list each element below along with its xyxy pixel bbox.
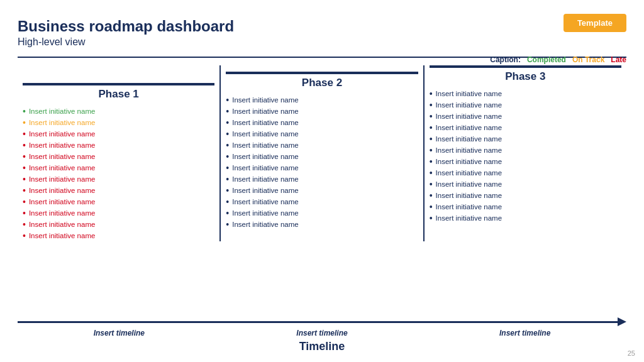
bullet-icon: • xyxy=(226,141,229,150)
initiative-item: •Insert initiative name xyxy=(226,128,418,140)
bullet-icon: • xyxy=(23,163,26,172)
initiative-item: •Insert initiative name xyxy=(226,196,418,207)
bullet-icon: • xyxy=(226,186,229,195)
initiative-item: •Insert initiative name xyxy=(23,106,214,117)
initiative-name: Insert initiative name xyxy=(29,198,95,206)
bullet-icon: • xyxy=(430,180,433,189)
initiative-item: •Insert initiative name xyxy=(23,162,214,173)
template-button[interactable]: Template xyxy=(564,14,626,32)
initiative-item: •Insert initiative name xyxy=(23,128,214,140)
initiative-name: Insert initiative name xyxy=(232,175,298,183)
phase-column-2: Phase 2•Insert initiative name•Insert in… xyxy=(221,65,424,241)
initiative-name: Insert initiative name xyxy=(29,187,95,194)
bullet-icon: • xyxy=(226,96,229,104)
bullet-icon: • xyxy=(23,129,26,138)
bullet-icon: • xyxy=(226,220,229,229)
initiative-item: •Insert initiative name xyxy=(430,178,621,190)
phase-column-3: Phase 3•Insert initiative name•Insert in… xyxy=(425,65,626,241)
initiative-name: Insert initiative name xyxy=(436,101,502,109)
initiative-item: •Insert initiative name xyxy=(23,196,214,207)
initiative-item: •Insert initiative name xyxy=(226,173,418,185)
initiative-name: Insert initiative name xyxy=(232,209,298,217)
phase-2-bar xyxy=(226,72,418,74)
timeline-label-3: Insert timeline xyxy=(423,329,626,337)
timeline-label-1: Insert timeline xyxy=(18,329,221,337)
initiative-name: Insert initiative name xyxy=(436,158,502,165)
initiative-name: Insert initiative name xyxy=(29,164,95,172)
page-number: 25 xyxy=(628,349,635,357)
bullet-icon: • xyxy=(226,152,229,161)
initiative-item: •Insert initiative name xyxy=(23,140,214,151)
initiative-name: Insert initiative name xyxy=(29,130,95,138)
initiative-name: Insert initiative name xyxy=(29,107,95,115)
bullet-icon: • xyxy=(23,231,26,240)
initiative-name: Insert initiative name xyxy=(436,90,502,97)
caption-label: Caption: xyxy=(490,55,521,64)
caption-ontrack: On Track xyxy=(572,55,604,64)
timeline-labels: Insert timelineInsert timelineInsert tim… xyxy=(18,329,626,337)
bullet-icon: • xyxy=(430,112,433,121)
bullet-icon: • xyxy=(226,118,229,127)
initiative-item: •Insert initiative name xyxy=(226,151,418,162)
initiative-name: Insert initiative name xyxy=(232,153,298,160)
bullet-icon: • xyxy=(23,107,26,116)
bullet-icon: • xyxy=(226,175,229,184)
caption-completed: Completed xyxy=(527,55,566,64)
phase-3-title: Phase 3 xyxy=(505,70,545,83)
initiative-name: Insert initiative name xyxy=(232,164,298,172)
initiative-name: Insert initiative name xyxy=(436,214,502,222)
caption-late: Late xyxy=(611,55,626,64)
initiative-item: •Insert initiative name xyxy=(430,111,621,122)
initiative-item: •Insert initiative name xyxy=(226,162,418,173)
initiative-item: •Insert initiative name xyxy=(430,212,621,224)
initiative-name: Insert initiative name xyxy=(436,124,502,131)
initiative-item: •Insert initiative name xyxy=(430,122,621,133)
bullet-icon: • xyxy=(430,134,433,143)
initiative-item: •Insert initiative name xyxy=(23,117,214,128)
initiative-name: Insert initiative name xyxy=(232,141,298,149)
initiative-name: Insert initiative name xyxy=(232,96,298,104)
initiative-item: •Insert initiative name xyxy=(226,219,418,230)
phase-3-initiative-list: •Insert initiative name•Insert initiativ… xyxy=(430,88,621,224)
caption-bar: Caption: Completed On Track Late xyxy=(490,55,626,64)
bullet-icon: • xyxy=(226,107,229,116)
initiative-name: Insert initiative name xyxy=(232,107,298,115)
initiative-name: Insert initiative name xyxy=(436,135,502,143)
phase-1-bar xyxy=(23,83,214,85)
initiative-item: •Insert initiative name xyxy=(226,207,418,219)
bullet-icon: • xyxy=(23,220,26,229)
bullet-icon: • xyxy=(23,209,26,217)
initiative-item: •Insert initiative name xyxy=(430,167,621,178)
bullet-icon: • xyxy=(23,118,26,127)
initiative-name: Insert initiative name xyxy=(436,146,502,154)
initiative-item: •Insert initiative name xyxy=(430,156,621,167)
initiative-item: •Insert initiative name xyxy=(430,88,621,99)
timeline-arrowhead xyxy=(618,317,626,326)
initiative-name: Insert initiative name xyxy=(232,130,298,138)
initiative-name: Insert initiative name xyxy=(232,221,298,228)
bullet-icon: • xyxy=(23,152,26,161)
initiative-name: Insert initiative name xyxy=(29,141,95,149)
bullet-icon: • xyxy=(23,141,26,150)
initiative-item: •Insert initiative name xyxy=(23,173,214,185)
initiative-name: Insert initiative name xyxy=(29,221,95,228)
initiative-name: Insert initiative name xyxy=(29,232,95,239)
initiative-item: •Insert initiative name xyxy=(23,219,214,230)
bullet-icon: • xyxy=(430,123,433,132)
initiative-item: •Insert initiative name xyxy=(430,133,621,145)
initiative-item: •Insert initiative name xyxy=(430,201,621,212)
initiative-item: •Insert initiative name xyxy=(226,106,418,117)
phase-2-header: Phase 2 xyxy=(226,72,418,89)
timeline-title: Timeline xyxy=(18,340,626,353)
bullet-icon: • xyxy=(430,214,433,222)
initiative-name: Insert initiative name xyxy=(29,175,95,183)
bullet-icon: • xyxy=(430,157,433,166)
initiative-name: Insert initiative name xyxy=(232,119,298,126)
bullet-icon: • xyxy=(430,89,433,98)
initiative-item: •Insert initiative name xyxy=(430,99,621,111)
bullet-icon: • xyxy=(226,129,229,138)
bullet-icon: • xyxy=(430,202,433,211)
phase-1-title: Phase 1 xyxy=(99,88,139,101)
timeline-label-2: Insert timeline xyxy=(221,329,424,337)
timeline-arrow-row xyxy=(18,317,626,326)
